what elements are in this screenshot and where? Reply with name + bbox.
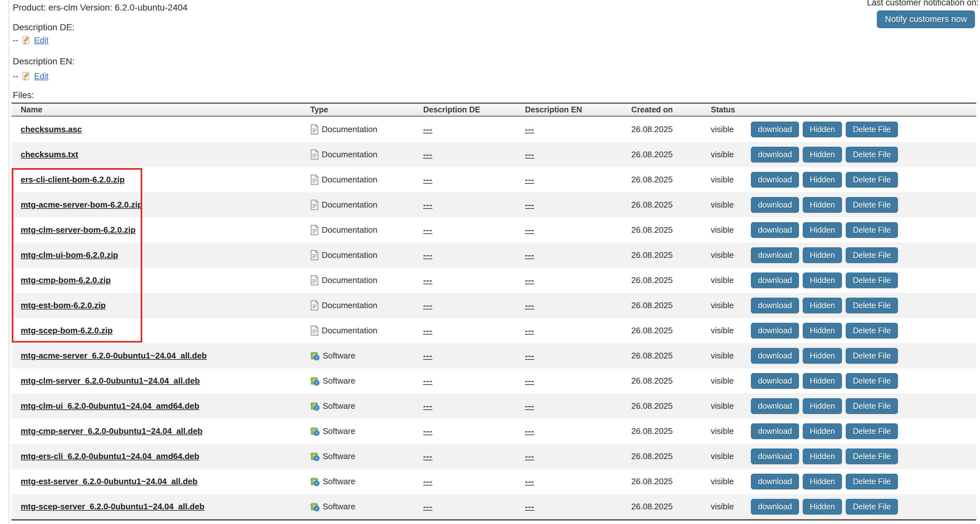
hidden-button[interactable]: Hidden: [803, 373, 842, 389]
file-name-link[interactable]: mtg-ers-cli_6.2.0-0ubuntu1~24.04_amd64.d…: [21, 451, 199, 461]
hidden-button[interactable]: Hidden: [803, 197, 842, 213]
description-en-cell-link[interactable]: ---: [525, 301, 534, 310]
file-name-link[interactable]: mtg-est-bom-6.2.0.zip: [21, 301, 106, 310]
download-button[interactable]: download: [751, 298, 799, 313]
description-en-cell-link[interactable]: ---: [525, 200, 534, 209]
description-en-cell-link[interactable]: ---: [525, 225, 534, 235]
description-en-cell-link[interactable]: ---: [525, 351, 534, 360]
hidden-button[interactable]: Hidden: [803, 348, 842, 363]
download-button[interactable]: download: [751, 172, 799, 188]
file-name-link[interactable]: mtg-scep-server_6.2.0-0ubuntu1~24.04_all…: [21, 502, 204, 511]
description-de-cell-link[interactable]: ---: [423, 401, 433, 411]
description-de-cell-link[interactable]: ---: [423, 250, 433, 260]
download-button[interactable]: download: [751, 122, 799, 137]
file-name-link[interactable]: mtg-clm-server_6.2.0-0ubuntu1~24.04_all.…: [21, 376, 200, 385]
description-de-cell-link[interactable]: ---: [423, 376, 433, 385]
download-button[interactable]: download: [751, 247, 799, 263]
description-de-cell-link[interactable]: ---: [423, 426, 433, 436]
hidden-button[interactable]: Hidden: [803, 247, 842, 263]
description-en-cell-link[interactable]: ---: [525, 276, 534, 285]
file-name-link[interactable]: mtg-acme-server_6.2.0-0ubuntu1~24.04_all…: [21, 351, 207, 360]
description-en-cell-link[interactable]: ---: [525, 426, 534, 436]
hidden-button[interactable]: Hidden: [803, 449, 842, 464]
hidden-button[interactable]: Hidden: [803, 323, 842, 338]
file-name-link[interactable]: mtg-cmp-server_6.2.0-0ubuntu1~24.04_all.…: [21, 426, 203, 436]
download-button[interactable]: download: [751, 449, 799, 464]
delete-file-button[interactable]: Delete File: [846, 424, 898, 439]
description-en-cell-link[interactable]: ---: [525, 124, 534, 134]
hidden-button[interactable]: Hidden: [803, 222, 842, 238]
description-de-cell-link[interactable]: ---: [423, 225, 433, 235]
description-de-cell-link[interactable]: ---: [423, 175, 433, 184]
description-de-cell-link[interactable]: ---: [423, 301, 433, 310]
delete-file-button[interactable]: Delete File: [846, 474, 898, 489]
description-en-cell-link[interactable]: ---: [525, 250, 534, 260]
download-button[interactable]: download: [751, 424, 799, 439]
edit-description-de-link[interactable]: Edit: [34, 35, 48, 45]
download-button[interactable]: download: [751, 323, 799, 338]
hidden-button[interactable]: Hidden: [803, 474, 842, 489]
description-en-cell-link[interactable]: ---: [525, 150, 534, 159]
description-de-cell-link[interactable]: ---: [423, 502, 433, 511]
description-en-cell-link[interactable]: ---: [525, 476, 534, 486]
download-button[interactable]: download: [751, 272, 799, 288]
file-name-link[interactable]: mtg-est-server_6.2.0-0ubuntu1~24.04_all.…: [21, 476, 197, 486]
hidden-button[interactable]: Hidden: [803, 298, 842, 313]
description-en-cell-link[interactable]: ---: [525, 502, 534, 511]
description-de-cell-link[interactable]: ---: [423, 326, 433, 335]
file-name-link[interactable]: ers-cli-client-bom-6.2.0.zip: [21, 175, 125, 184]
table-row: mtg-scep-server_6.2.0-0ubuntu1~24.04_all…: [11, 494, 976, 520]
edit-description-en-link[interactable]: Edit: [34, 71, 48, 81]
description-en-cell-link[interactable]: ---: [525, 326, 534, 335]
description-de-cell-link[interactable]: ---: [423, 451, 433, 461]
delete-file-button[interactable]: Delete File: [846, 298, 898, 313]
description-en-cell-link[interactable]: ---: [525, 451, 534, 461]
download-button[interactable]: download: [751, 147, 799, 162]
download-button[interactable]: download: [751, 222, 799, 238]
delete-file-button[interactable]: Delete File: [846, 449, 898, 464]
description-de-cell-link[interactable]: ---: [423, 150, 433, 159]
delete-file-button[interactable]: Delete File: [846, 348, 898, 363]
description-de-cell-link[interactable]: ---: [423, 124, 433, 134]
delete-file-button[interactable]: Delete File: [846, 197, 898, 213]
download-button[interactable]: download: [751, 499, 799, 514]
hidden-button[interactable]: Hidden: [803, 272, 842, 288]
file-name-link[interactable]: mtg-clm-ui-bom-6.2.0.zip: [21, 250, 118, 260]
file-name-link[interactable]: mtg-clm-server-bom-6.2.0.zip: [21, 225, 135, 235]
description-en-cell-link[interactable]: ---: [525, 376, 534, 385]
delete-file-button[interactable]: Delete File: [846, 222, 898, 238]
description-de-cell-link[interactable]: ---: [423, 276, 433, 285]
hidden-button[interactable]: Hidden: [803, 172, 842, 188]
delete-file-button[interactable]: Delete File: [846, 398, 898, 414]
delete-file-button[interactable]: Delete File: [846, 247, 898, 263]
description-de-cell-link[interactable]: ---: [423, 476, 433, 486]
file-name-link[interactable]: mtg-scep-bom-6.2.0.zip: [21, 326, 113, 335]
file-name-link[interactable]: checksums.asc: [21, 124, 82, 134]
notify-customers-button[interactable]: Notify customers now: [877, 11, 975, 28]
download-button[interactable]: download: [751, 398, 799, 414]
description-en-cell-link[interactable]: ---: [525, 401, 534, 411]
file-name-link[interactable]: checksums.txt: [21, 150, 78, 159]
delete-file-button[interactable]: Delete File: [846, 323, 898, 338]
download-button[interactable]: download: [751, 197, 799, 213]
hidden-button[interactable]: Hidden: [803, 147, 842, 162]
file-name-link[interactable]: mtg-cmp-bom-6.2.0.zip: [21, 276, 111, 285]
hidden-button[interactable]: Hidden: [803, 424, 842, 439]
delete-file-button[interactable]: Delete File: [846, 122, 898, 137]
hidden-button[interactable]: Hidden: [803, 499, 842, 514]
download-button[interactable]: download: [751, 373, 799, 389]
delete-file-button[interactable]: Delete File: [846, 272, 898, 288]
download-button[interactable]: download: [751, 348, 799, 363]
hidden-button[interactable]: Hidden: [803, 122, 842, 137]
hidden-button[interactable]: Hidden: [803, 398, 842, 414]
download-button[interactable]: download: [751, 474, 799, 489]
file-name-link[interactable]: mtg-clm-ui_6.2.0-0ubuntu1~24.04_amd64.de…: [21, 401, 199, 411]
delete-file-button[interactable]: Delete File: [846, 147, 898, 162]
delete-file-button[interactable]: Delete File: [846, 172, 898, 188]
description-de-cell-link[interactable]: ---: [423, 200, 433, 209]
delete-file-button[interactable]: Delete File: [846, 373, 898, 389]
delete-file-button[interactable]: Delete File: [846, 499, 898, 514]
description-de-cell-link[interactable]: ---: [423, 351, 433, 360]
file-name-link[interactable]: mtg-acme-server-bom-6.2.0.zip: [21, 200, 143, 209]
description-en-cell-link[interactable]: ---: [525, 175, 534, 184]
